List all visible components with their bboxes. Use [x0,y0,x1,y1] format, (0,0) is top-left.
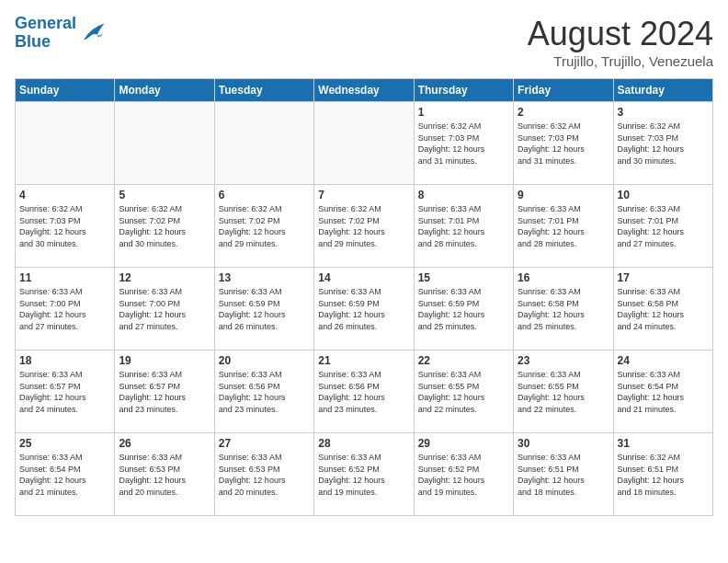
day-info: Sunrise: 6:33 AM Sunset: 7:01 PM Dayligh… [418,203,509,249]
day-number: 29 [418,437,509,450]
calendar-cell [314,102,414,185]
day-number: 23 [518,354,609,367]
month-title: August 2024 [528,15,713,53]
weekday-header-tuesday: Tuesday [214,79,313,102]
day-info: Sunrise: 6:33 AM Sunset: 7:00 PM Dayligh… [19,286,110,332]
day-info: Sunrise: 6:33 AM Sunset: 6:58 PM Dayligh… [518,286,609,332]
calendar-cell: 21Sunrise: 6:33 AM Sunset: 6:56 PM Dayli… [314,350,414,433]
weekday-header-thursday: Thursday [414,79,513,102]
day-number: 4 [19,189,110,201]
day-info: Sunrise: 6:33 AM Sunset: 6:59 PM Dayligh… [418,286,509,332]
day-number: 7 [318,189,409,201]
header: General Blue August 2024 Trujillo, Truji… [15,15,713,69]
day-number: 6 [219,189,310,201]
day-number: 8 [418,189,509,201]
day-info: Sunrise: 6:32 AM Sunset: 7:02 PM Dayligh… [219,203,310,249]
day-info: Sunrise: 6:33 AM Sunset: 6:56 PM Dayligh… [219,369,310,415]
day-number: 2 [518,106,609,119]
day-info: Sunrise: 6:33 AM Sunset: 7:00 PM Dayligh… [119,286,210,332]
day-number: 20 [219,354,310,367]
logo-line2: Blue [15,32,51,51]
calendar-cell: 25Sunrise: 6:33 AM Sunset: 6:54 PM Dayli… [16,433,115,516]
day-info: Sunrise: 6:33 AM Sunset: 6:52 PM Dayligh… [418,452,509,498]
calendar-cell: 6Sunrise: 6:32 AM Sunset: 7:02 PM Daylig… [214,185,313,268]
day-info: Sunrise: 6:32 AM Sunset: 7:03 PM Dayligh… [518,121,609,167]
day-info: Sunrise: 6:33 AM Sunset: 6:54 PM Dayligh… [19,452,110,498]
calendar-cell: 22Sunrise: 6:33 AM Sunset: 6:55 PM Dayli… [414,350,513,433]
day-number: 22 [418,354,509,367]
calendar-cell: 3Sunrise: 6:32 AM Sunset: 7:03 PM Daylig… [613,102,712,185]
calendar-cell: 16Sunrise: 6:33 AM Sunset: 6:58 PM Dayli… [514,268,613,350]
calendar-cell: 27Sunrise: 6:33 AM Sunset: 6:53 PM Dayli… [214,433,313,516]
calendar-cell: 29Sunrise: 6:33 AM Sunset: 6:52 PM Dayli… [414,433,513,516]
calendar-cell [214,102,313,185]
day-info: Sunrise: 6:32 AM Sunset: 7:03 PM Dayligh… [418,121,509,167]
day-number: 24 [618,354,709,367]
day-info: Sunrise: 6:33 AM Sunset: 6:58 PM Dayligh… [618,286,709,332]
day-number: 19 [119,354,210,367]
title-area: August 2024 Trujillo, Trujillo, Venezuel… [528,15,713,69]
logo-bird-icon [78,20,106,46]
calendar-cell: 30Sunrise: 6:33 AM Sunset: 6:51 PM Dayli… [514,433,613,516]
calendar-table: SundayMondayTuesdayWednesdayThursdayFrid… [15,78,713,516]
calendar-cell: 20Sunrise: 6:33 AM Sunset: 6:56 PM Dayli… [214,350,313,433]
day-number: 21 [318,354,409,367]
day-number: 28 [318,437,409,450]
day-number: 10 [618,189,709,201]
day-info: Sunrise: 6:33 AM Sunset: 6:53 PM Dayligh… [119,452,210,498]
calendar-cell: 26Sunrise: 6:33 AM Sunset: 6:53 PM Dayli… [115,433,214,516]
calendar-cell: 7Sunrise: 6:32 AM Sunset: 7:02 PM Daylig… [314,185,414,268]
logo-line1: General [15,14,76,32]
calendar-cell: 4Sunrise: 6:32 AM Sunset: 7:03 PM Daylig… [16,185,115,268]
day-number: 13 [219,271,310,284]
day-info: Sunrise: 6:33 AM Sunset: 7:01 PM Dayligh… [618,203,709,249]
logo: General Blue [15,15,106,52]
day-info: Sunrise: 6:33 AM Sunset: 6:51 PM Dayligh… [518,452,609,498]
day-number: 1 [418,106,509,119]
day-info: Sunrise: 6:32 AM Sunset: 7:03 PM Dayligh… [618,121,709,167]
day-info: Sunrise: 6:32 AM Sunset: 7:02 PM Dayligh… [119,203,210,249]
day-number: 9 [518,189,609,201]
day-info: Sunrise: 6:33 AM Sunset: 7:01 PM Dayligh… [518,203,609,249]
calendar-cell: 8Sunrise: 6:33 AM Sunset: 7:01 PM Daylig… [414,185,513,268]
day-info: Sunrise: 6:32 AM Sunset: 6:51 PM Dayligh… [618,452,709,498]
calendar-cell: 15Sunrise: 6:33 AM Sunset: 6:59 PM Dayli… [414,268,513,350]
day-number: 14 [318,271,409,284]
day-info: Sunrise: 6:32 AM Sunset: 7:02 PM Dayligh… [318,203,409,249]
day-info: Sunrise: 6:33 AM Sunset: 6:56 PM Dayligh… [318,369,409,415]
day-info: Sunrise: 6:33 AM Sunset: 6:55 PM Dayligh… [518,369,609,415]
calendar-cell: 10Sunrise: 6:33 AM Sunset: 7:01 PM Dayli… [613,185,712,268]
day-info: Sunrise: 6:33 AM Sunset: 6:59 PM Dayligh… [318,286,409,332]
day-number: 15 [418,271,509,284]
week-row-1: 4Sunrise: 6:32 AM Sunset: 7:03 PM Daylig… [16,185,713,268]
day-info: Sunrise: 6:32 AM Sunset: 7:03 PM Dayligh… [19,203,110,249]
weekday-header-saturday: Saturday [613,79,712,102]
week-row-2: 11Sunrise: 6:33 AM Sunset: 7:00 PM Dayli… [16,268,713,350]
calendar-cell [16,102,115,185]
calendar-cell: 28Sunrise: 6:33 AM Sunset: 6:52 PM Dayli… [314,433,414,516]
week-row-4: 25Sunrise: 6:33 AM Sunset: 6:54 PM Dayli… [16,433,713,516]
day-number: 27 [219,437,310,450]
day-number: 16 [518,271,609,284]
day-number: 3 [618,106,709,119]
calendar-cell: 31Sunrise: 6:32 AM Sunset: 6:51 PM Dayli… [613,433,712,516]
day-number: 25 [19,437,110,450]
week-row-0: 1Sunrise: 6:32 AM Sunset: 7:03 PM Daylig… [16,102,713,185]
day-number: 18 [19,354,110,367]
calendar-cell: 13Sunrise: 6:33 AM Sunset: 6:59 PM Dayli… [214,268,313,350]
day-number: 30 [518,437,609,450]
calendar-cell: 2Sunrise: 6:32 AM Sunset: 7:03 PM Daylig… [514,102,613,185]
calendar-cell: 24Sunrise: 6:33 AM Sunset: 6:54 PM Dayli… [613,350,712,433]
calendar-cell: 14Sunrise: 6:33 AM Sunset: 6:59 PM Dayli… [314,268,414,350]
day-info: Sunrise: 6:33 AM Sunset: 6:54 PM Dayligh… [618,369,709,415]
calendar-cell: 5Sunrise: 6:32 AM Sunset: 7:02 PM Daylig… [115,185,214,268]
calendar-cell: 12Sunrise: 6:33 AM Sunset: 7:00 PM Dayli… [115,268,214,350]
day-number: 5 [119,189,210,201]
calendar-cell: 11Sunrise: 6:33 AM Sunset: 7:00 PM Dayli… [16,268,115,350]
weekday-header-row: SundayMondayTuesdayWednesdayThursdayFrid… [16,79,713,102]
calendar-cell: 19Sunrise: 6:33 AM Sunset: 6:57 PM Dayli… [115,350,214,433]
day-info: Sunrise: 6:33 AM Sunset: 6:53 PM Dayligh… [219,452,310,498]
weekday-header-monday: Monday [115,79,214,102]
day-number: 11 [19,271,110,284]
weekday-header-sunday: Sunday [16,79,115,102]
